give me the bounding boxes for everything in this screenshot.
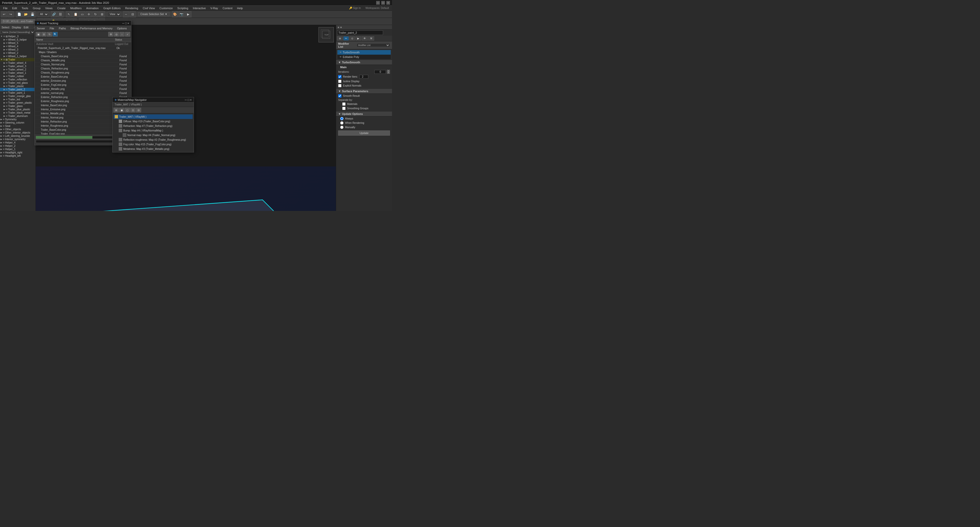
object-name-field[interactable] bbox=[337, 30, 383, 35]
at-btn-7[interactable]: ↕ bbox=[119, 32, 124, 37]
manually-radio[interactable] bbox=[340, 126, 344, 129]
at-btn-4[interactable]: 🔍 bbox=[52, 32, 58, 37]
rect-select-btn[interactable]: ▭ bbox=[79, 11, 85, 18]
mat-nav-btn2[interactable]: ◼ bbox=[119, 108, 124, 112]
menu-modifiers[interactable]: Modifiers bbox=[68, 6, 84, 10]
tree-item-trailer-wheel2[interactable]: ▶ 👁 Trailer_wheel_2 bbox=[0, 68, 35, 71]
when-rendering-radio[interactable] bbox=[340, 121, 344, 124]
at-menu-paths[interactable]: Paths bbox=[58, 26, 67, 30]
update-options-header[interactable]: ▼ Update Options bbox=[336, 111, 392, 116]
tree-item-other-objects[interactable]: ▶ 👁 Other_objects bbox=[0, 128, 35, 131]
at-btn-5[interactable]: ⚙ bbox=[108, 32, 113, 37]
mat-nav-btn1[interactable]: ⊞ bbox=[114, 108, 119, 112]
mat-nav-close-btn[interactable]: × bbox=[190, 98, 192, 101]
tree-item-wheel2[interactable]: ▶ 👁 Wheel_2 bbox=[0, 51, 35, 55]
at-btn-6[interactable]: ◎ bbox=[114, 32, 119, 37]
tree-item-trailer-rubber[interactable]: ▶ 👁 Trailer_rubber bbox=[0, 75, 35, 78]
rotate-btn[interactable]: ↻ bbox=[92, 11, 99, 18]
tree-item-trailer-plastic[interactable]: ▶ 👁 Trailer_plastic bbox=[0, 84, 35, 88]
layer-dropdown[interactable]: All bbox=[38, 12, 48, 17]
tree-item-trailer-wheel4[interactable]: ▶ 👁 Trailer_wheel_4 bbox=[0, 61, 35, 65]
tree-item-helper4[interactable]: ▶ 👁 Helper_4 bbox=[0, 141, 35, 144]
tree-item-trailer-wheel1[interactable]: ▶ 👁 Trailer_wheel_1 bbox=[0, 71, 35, 75]
menu-customize[interactable]: Customize bbox=[158, 6, 175, 10]
at-btn-1[interactable]: ▣ bbox=[36, 32, 41, 37]
tree-item-helper1[interactable]: ▶ 👁 Helper_1 bbox=[0, 148, 35, 151]
close-btn[interactable]: × bbox=[387, 1, 390, 5]
mat-item-reflection-roughness[interactable]: Reflection roughness: Map #2 (Trailer_Ro… bbox=[114, 137, 192, 142]
menu-views[interactable]: Views bbox=[43, 6, 55, 10]
tree-item-trailer-black[interactable]: ▶ 👁 Trailer_black_metal bbox=[0, 111, 35, 115]
tree-item-trailer-reflection[interactable]: ▶ 👁 Trailer_reflection bbox=[0, 78, 35, 81]
menu-scripting[interactable]: Scripting bbox=[175, 6, 190, 10]
tree-item-wheel5[interactable]: ▶ 👁 Wheel_5 bbox=[0, 41, 35, 45]
scale-btn[interactable]: ⊞ bbox=[99, 11, 105, 18]
menu-edit[interactable]: Edit bbox=[10, 6, 19, 10]
link-btn[interactable]: 🔗 bbox=[51, 11, 57, 18]
at-close-btn[interactable]: × bbox=[127, 22, 129, 25]
mat-nav-btn3[interactable]: ◻ bbox=[125, 108, 130, 112]
tree-item-trailer[interactable]: ▼ 👁 ⊞ Trailer bbox=[0, 58, 35, 61]
mat-item-metalness[interactable]: Metalness: Map #3 (Trailer_Metallic.png) bbox=[114, 146, 192, 151]
sign-in-btn[interactable]: 🔑 Sign In bbox=[347, 6, 363, 10]
surface-params-header[interactable]: ▼ Surface Parameters bbox=[336, 89, 392, 94]
menu-create[interactable]: Create bbox=[55, 6, 68, 10]
at-menu-server[interactable]: Server bbox=[36, 26, 46, 30]
tree-item-headlight-left[interactable]: ▶ 👁 Headlight_left bbox=[0, 154, 35, 158]
menu-help[interactable]: Help bbox=[235, 6, 245, 10]
menu-group[interactable]: Group bbox=[30, 6, 43, 10]
tree-item-interior-sym[interactable]: ▶ 👁 Interior_symmetry bbox=[0, 138, 35, 141]
new-scene-btn[interactable]: 📄 bbox=[16, 11, 22, 18]
menu-animation[interactable]: Animation bbox=[84, 6, 101, 10]
mat-item-trailer-mat[interactable]: Trailer_MAT ( VRayMtl ) bbox=[114, 115, 192, 119]
utilities-tab[interactable]: ⚒ bbox=[368, 36, 374, 41]
at-menu-options[interactable]: Options bbox=[116, 26, 128, 30]
explicit-normals-checkbox[interactable] bbox=[338, 84, 342, 87]
smoothing-groups-checkbox[interactable] bbox=[342, 107, 345, 110]
tree-item-trailer-paint1[interactable]: ▶ 👁 Trailer_paint_1 bbox=[0, 91, 35, 94]
select-by-name-btn[interactable]: 📋 bbox=[73, 11, 79, 18]
select-btn[interactable]: ↖ bbox=[66, 11, 72, 18]
undo-btn[interactable]: ↩ bbox=[1, 11, 7, 18]
mat-item-diffuse[interactable]: Diffuse: Map #19 (Trailer_BaseColor.png) bbox=[114, 119, 192, 124]
mat-nav-maximize-btn[interactable]: □ bbox=[188, 98, 189, 101]
smooth-result-checkbox[interactable] bbox=[338, 94, 342, 97]
tree-item-wheel6[interactable]: ▶ 👁 Wheel_6_helper bbox=[0, 38, 35, 41]
tree-item-trailer-blue[interactable]: ▶ 👁 Trailer_blue_plastic bbox=[0, 108, 35, 111]
render-iters-input[interactable] bbox=[360, 75, 368, 79]
at-menu-file[interactable]: File bbox=[48, 26, 55, 30]
mat-item-bump[interactable]: Bump: Map #4 ( VRayNormalMap ) bbox=[114, 128, 192, 133]
tree-item-wheel1[interactable]: ▶ 👁 Wheel_1_helper bbox=[0, 55, 35, 58]
view-dropdown[interactable]: View bbox=[107, 12, 121, 17]
update-button[interactable]: Update bbox=[338, 131, 390, 135]
turbosmooth-section-header[interactable]: ▼ TurboSmooth bbox=[336, 60, 392, 65]
scene-path-display[interactable]: D:\3D_MOLIE...and-Trailer bbox=[1, 19, 35, 24]
tree-item-trailer-glass[interactable]: ▶ 👁 Trailer_glass bbox=[0, 104, 35, 108]
modify-tab[interactable]: ✏ bbox=[343, 36, 349, 41]
at-maximize-btn[interactable]: □ bbox=[125, 22, 127, 25]
at-btn-2[interactable]: ⊟ bbox=[41, 32, 46, 37]
create-selection-set-btn[interactable]: Create Selection Set ▼ bbox=[138, 12, 170, 16]
render-iters-checkbox[interactable] bbox=[338, 75, 342, 78]
tree-item-trailer-orange[interactable]: ▶ 👁 Trailer_orange_glas bbox=[0, 94, 35, 98]
move-btn[interactable]: ✛ bbox=[86, 11, 92, 18]
menu-interactive[interactable]: Interactive bbox=[191, 6, 208, 10]
menu-graph-editors[interactable]: Graph Editors bbox=[101, 6, 123, 10]
mat-item-fog-color[interactable]: Fog color: Map #15 (Trailer_FogColor.png… bbox=[114, 142, 192, 146]
mat-nav-minimize-btn[interactable]: ─ bbox=[185, 98, 187, 101]
tree-item-seat[interactable]: ▶ 👁 Seat bbox=[0, 124, 35, 128]
tree-item-wheel4[interactable]: ▶ 👁 Wheel_4 bbox=[0, 45, 35, 48]
tree-item-trailer-wheel3[interactable]: ▶ 👁 Trailer_wheel_3 bbox=[0, 65, 35, 68]
menu-content[interactable]: Content bbox=[221, 6, 234, 10]
tree-item-trailer-led[interactable]: ▶ 👁 Trailer_led bbox=[0, 98, 35, 101]
render-btn[interactable]: ▶ bbox=[185, 11, 191, 18]
menu-civil-view[interactable]: Civil View bbox=[141, 6, 157, 10]
tree-item-symmetry[interactable]: ▶ 👁 Symmetry bbox=[0, 118, 35, 121]
display-tab[interactable]: 👁 bbox=[362, 36, 368, 41]
tree-item-trailer-aluminum[interactable]: ▶ 👁 Trailer_aluminum bbox=[0, 115, 35, 118]
unlink-btn[interactable]: ⛓ bbox=[57, 11, 64, 18]
menu-tools[interactable]: Tools bbox=[20, 6, 30, 10]
at-btn-8[interactable]: ✓ bbox=[125, 32, 130, 37]
material-editor-btn[interactable]: 🎨 bbox=[172, 11, 178, 18]
tree-item-trailer-red-plastic[interactable]: ▶ 👁 Trailer_red_glass bbox=[0, 81, 35, 84]
